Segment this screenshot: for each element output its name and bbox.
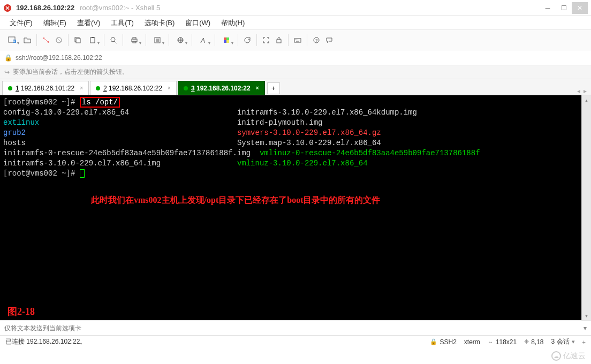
open-button[interactable] bbox=[21, 34, 33, 46]
app-icon bbox=[3, 4, 12, 12]
status-dot-icon bbox=[184, 86, 188, 90]
menu-bar: 文件(F) 编辑(E) 查看(V) 工具(T) 选项卡(B) 窗口(W) 帮助(… bbox=[0, 16, 591, 30]
maximize-button[interactable]: ☐ bbox=[556, 2, 572, 14]
print-button[interactable] bbox=[126, 34, 142, 46]
status-size: ↔118x21 bbox=[488, 338, 517, 346]
lock-icon: 🔒 bbox=[4, 54, 12, 62]
scrollbar[interactable]: ▴ ▾ bbox=[581, 95, 591, 320]
disconnect-button[interactable] bbox=[53, 34, 65, 46]
svg-rect-7 bbox=[92, 37, 94, 38]
svg-rect-15 bbox=[224, 37, 226, 40]
address-input[interactable] bbox=[16, 54, 587, 62]
refresh-button[interactable] bbox=[241, 34, 253, 46]
copy-button[interactable] bbox=[72, 34, 84, 46]
menu-file[interactable]: 文件(F) bbox=[5, 17, 37, 29]
svg-rect-6 bbox=[90, 37, 95, 43]
paste-button[interactable] bbox=[85, 34, 101, 46]
hint-bar: ↪ 要添加当前会话，点击左侧的箭头按钮。 bbox=[0, 65, 591, 79]
search-button[interactable] bbox=[108, 34, 119, 46]
close-icon[interactable]: × bbox=[256, 85, 259, 91]
hint-text: 要添加当前会话，点击左侧的箭头按钮。 bbox=[13, 67, 128, 77]
svg-rect-16 bbox=[226, 37, 229, 40]
size-icon: ↔ bbox=[488, 339, 494, 345]
globe-button[interactable] bbox=[172, 34, 188, 46]
window-title-sub: root@vms002:~ - Xshell 5 bbox=[80, 4, 160, 12]
compose-input[interactable] bbox=[4, 324, 584, 332]
tab-nav: ◂ ▸ bbox=[577, 87, 591, 95]
address-bar: 🔒 bbox=[0, 50, 591, 65]
lock-icon: 🔒 bbox=[430, 338, 437, 345]
tab-label: 3 192.168.26.102:22 bbox=[191, 85, 251, 92]
properties-button[interactable] bbox=[149, 34, 165, 46]
status-cursor-pos: ⁜8,18 bbox=[524, 338, 543, 346]
tab-next-button[interactable]: ▸ bbox=[584, 87, 587, 95]
status-term: xterm bbox=[464, 338, 480, 346]
session-tab-1[interactable]: 1 192.168.26.101:22 × bbox=[2, 81, 89, 95]
minimize-button[interactable]: ─ bbox=[540, 2, 556, 14]
svg-text:A: A bbox=[200, 37, 205, 44]
menu-window[interactable]: 窗口(W) bbox=[181, 17, 215, 29]
window-controls: ─ ☐ ✕ bbox=[540, 2, 588, 14]
tab-prev-button[interactable]: ◂ bbox=[577, 87, 580, 95]
fullscreen-button[interactable] bbox=[260, 34, 272, 46]
cloud-icon: ☁ bbox=[551, 351, 561, 361]
menu-view[interactable]: 查看(V) bbox=[73, 17, 104, 29]
chat-button[interactable] bbox=[323, 34, 335, 46]
menu-tools[interactable]: 工具(T) bbox=[107, 17, 138, 29]
watermark: ☁ 亿速云 bbox=[551, 351, 586, 361]
close-icon[interactable]: × bbox=[168, 85, 171, 91]
tab-label: 1 192.168.26.101:22 bbox=[16, 85, 74, 92]
compose-bar: ▾ bbox=[0, 320, 591, 335]
window-title-main: 192.168.26.102:22 bbox=[16, 4, 74, 12]
status-dot-icon bbox=[96, 86, 100, 90]
position-icon: ⁜ bbox=[524, 338, 529, 345]
annotation-text: 此时我们在vms002主机上发现/opt目录下已经存在了boot目录中的所有的文… bbox=[91, 195, 380, 205]
status-connection: 已连接 192.168.26.102:22。 bbox=[5, 337, 422, 346]
add-session-icon[interactable]: ↪ bbox=[4, 69, 10, 76]
status-sessions[interactable]: 3 会话 ▾ bbox=[551, 337, 575, 346]
menu-edit[interactable]: 编辑(E) bbox=[39, 17, 71, 29]
watermark-text: 亿速云 bbox=[563, 351, 586, 361]
status-ssh: 🔒SSH2 bbox=[430, 338, 456, 346]
reconnect-button[interactable] bbox=[40, 34, 52, 46]
help-button[interactable]: ? bbox=[310, 34, 322, 46]
status-dot-icon bbox=[8, 86, 12, 90]
menu-tabs[interactable]: 选项卡(B) bbox=[140, 17, 179, 29]
svg-rect-5 bbox=[76, 39, 80, 43]
tab-bar: 1 192.168.26.101:22 × 2 192.168.26.102:2… bbox=[0, 79, 591, 95]
session-tab-3[interactable]: 3 192.168.26.102:22 × bbox=[178, 81, 265, 95]
keyboard-button[interactable] bbox=[292, 34, 304, 46]
toolbar: A ? bbox=[0, 30, 591, 50]
font-button[interactable]: A bbox=[195, 34, 211, 46]
lock-button[interactable] bbox=[273, 34, 285, 46]
svg-rect-20 bbox=[294, 39, 301, 42]
add-tab-button[interactable]: + bbox=[267, 82, 280, 94]
figure-label: 图2-18 bbox=[7, 307, 35, 317]
color-scheme-button[interactable] bbox=[218, 34, 234, 46]
scroll-up-button[interactable]: ▴ bbox=[582, 95, 591, 105]
status-add-button[interactable]: + bbox=[582, 339, 586, 345]
svg-point-8 bbox=[111, 37, 115, 42]
new-session-button[interactable] bbox=[4, 34, 20, 46]
svg-rect-19 bbox=[277, 40, 281, 43]
chevron-down-icon: ▾ bbox=[572, 338, 575, 345]
svg-rect-17 bbox=[224, 40, 226, 43]
close-button[interactable]: ✕ bbox=[572, 2, 588, 14]
terminal[interactable]: [root@vms002 ~]# ls /opt/config-3.10.0-2… bbox=[0, 95, 581, 320]
title-bar: 192.168.26.102:22 root@vms002:~ - Xshell… bbox=[0, 0, 591, 16]
scroll-down-button[interactable]: ▾ bbox=[582, 310, 591, 320]
status-bar: 已连接 192.168.26.102:22。 🔒SSH2 xterm ↔118x… bbox=[0, 335, 591, 348]
session-tab-2[interactable]: 2 192.168.26.102:22 × bbox=[90, 81, 177, 95]
svg-rect-18 bbox=[226, 40, 229, 43]
plus-icon: + bbox=[582, 339, 586, 345]
menu-help[interactable]: 帮助(H) bbox=[217, 17, 249, 29]
tab-label: 2 192.168.26.102:22 bbox=[103, 85, 162, 92]
terminal-container: [root@vms002 ~]# ls /opt/config-3.10.0-2… bbox=[0, 95, 591, 320]
svg-text:?: ? bbox=[315, 38, 318, 43]
svg-rect-10 bbox=[133, 37, 136, 39]
compose-dropdown-button[interactable]: ▾ bbox=[584, 324, 587, 332]
close-icon[interactable]: × bbox=[80, 85, 83, 91]
